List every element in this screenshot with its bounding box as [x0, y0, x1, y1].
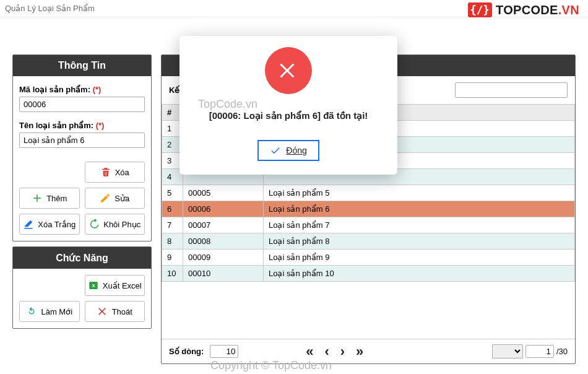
trash-icon — [100, 167, 111, 178]
pager: Số dòng: « ‹ › » /30 — [162, 339, 575, 363]
excel-icon: X — [88, 280, 99, 291]
close-icon — [97, 306, 108, 317]
page-total-group: /30 — [492, 344, 568, 359]
name-label: Tên loại sản phẩm: (*) — [19, 121, 145, 130]
next-page-button[interactable]: › — [340, 345, 345, 359]
error-modal: [00006: Loại sản phẩm 6] đã tồn tại! Đón… — [179, 36, 397, 175]
info-panel-body: Mã loại sản phẩm: (*) Tên loại sản phẩm:… — [13, 76, 151, 162]
content-area: Thông Tin Mã loại sản phẩm: (*) Tên loại… — [0, 17, 588, 374]
func-button-grid: X Xuất Excel Làm Mới Th — [13, 269, 151, 328]
last-page-button[interactable]: » — [356, 345, 363, 359]
modal-close-label: Đóng — [286, 146, 306, 155]
rows-label: Số dòng: — [169, 347, 204, 356]
refresh-button[interactable]: Làm Mới — [19, 301, 80, 322]
export-excel-button[interactable]: X Xuất Excel — [85, 275, 145, 296]
cell-name: Loại sản phẩm 5 — [264, 185, 575, 201]
info-button-grid: Xóa Thêm Sửa — [13, 162, 151, 241]
cell-code: 00008 — [183, 233, 264, 250]
cell-index: 7 — [162, 217, 183, 233]
check-icon — [270, 145, 281, 156]
code-label: Mã loại sản phẩm: (*) — [19, 85, 145, 94]
clear-button[interactable]: Xóa Trắng — [19, 214, 80, 235]
cell-name: Loại sản phẩm 7 — [264, 217, 575, 233]
modal-close-button[interactable]: Đóng — [257, 140, 319, 161]
window-title: Quản Lý Loại Sản Phẩm — [5, 4, 95, 13]
func-panel: Chức Năng X Xuất Excel Làm Mới — [12, 246, 152, 329]
cell-code: 00006 — [183, 201, 264, 217]
cell-name: Loại sản phẩm 9 — [264, 250, 575, 266]
error-icon — [265, 47, 312, 94]
table-row[interactable]: 800008Loại sản phẩm 8 — [162, 233, 575, 250]
pager-nav: « ‹ › » — [306, 345, 363, 359]
search-input[interactable] — [455, 82, 568, 98]
cell-index: 6 — [162, 201, 183, 217]
history-icon — [89, 219, 100, 230]
prev-page-button[interactable]: ‹ — [324, 345, 329, 359]
plus-icon — [32, 193, 43, 204]
page-select[interactable] — [492, 344, 523, 359]
modal-message: [00006: Loại sản phẩm 6] đã tồn tại! — [191, 110, 386, 121]
exit-label: Thoát — [112, 307, 132, 316]
cell-index: 5 — [162, 185, 183, 201]
restore-label: Khôi Phục — [103, 220, 141, 229]
refresh-icon — [26, 306, 37, 317]
table-row[interactable]: 500005Loại sản phẩm 5 — [162, 185, 575, 201]
table-row[interactable]: 900009Loại sản phẩm 9 — [162, 250, 575, 266]
refresh-label: Làm Mới — [41, 307, 72, 316]
edit-label: Sửa — [115, 194, 129, 203]
info-panel-header: Thông Tin — [13, 55, 151, 76]
cell-code: 00009 — [183, 250, 264, 266]
table-row[interactable]: 700007Loại sản phẩm 7 — [162, 217, 575, 233]
edit-button[interactable]: Sửa — [85, 188, 145, 209]
brand-logo: {/} TOPCODE.VN — [468, 2, 580, 17]
clear-label: Xóa Trắng — [38, 220, 76, 229]
info-panel: Thông Tin Mã loại sản phẩm: (*) Tên loại… — [12, 54, 152, 241]
rows-per-page-input[interactable] — [210, 345, 238, 358]
cell-name: Loại sản phẩm 10 — [264, 266, 575, 282]
code-input[interactable] — [19, 97, 145, 112]
brand-tld: .VN — [558, 3, 579, 17]
page-number-input[interactable] — [525, 345, 554, 358]
export-label: Xuất Excel — [103, 281, 142, 290]
cell-index: 9 — [162, 250, 183, 266]
brand-name: TOPCODE — [496, 3, 558, 17]
exit-button[interactable]: Thoát — [85, 301, 145, 322]
cell-code: 00010 — [183, 266, 264, 282]
cell-name: Loại sản phẩm 8 — [264, 233, 575, 250]
svg-text:X: X — [92, 283, 95, 289]
delete-label: Xóa — [115, 168, 129, 177]
eraser-icon — [23, 219, 34, 230]
first-page-button[interactable]: « — [306, 345, 313, 359]
restore-button[interactable]: Khôi Phục — [85, 214, 145, 235]
table-row[interactable]: 600006Loại sản phẩm 6 — [162, 201, 575, 217]
add-button[interactable]: Thêm — [19, 188, 80, 209]
app-window: Quản Lý Loại Sản Phẩm {/} TOPCODE.VN Thô… — [0, 0, 588, 374]
table-row[interactable]: 1000010Loại sản phẩm 10 — [162, 266, 575, 282]
func-panel-header: Chức Năng — [13, 247, 151, 269]
cell-code: 00007 — [183, 217, 264, 233]
cell-name: Loại sản phẩm 6 — [264, 201, 575, 217]
brand-mark: {/} — [468, 2, 493, 17]
cell-index: 10 — [162, 266, 183, 282]
cell-index: 8 — [162, 233, 183, 250]
name-input[interactable] — [19, 133, 145, 148]
add-label: Thêm — [46, 194, 67, 203]
page-total: /30 — [556, 347, 568, 356]
pencil-icon — [100, 193, 111, 204]
delete-button[interactable]: Xóa — [85, 162, 145, 183]
sidebar: Thông Tin Mã loại sản phẩm: (*) Tên loại… — [12, 54, 152, 329]
cell-code: 00005 — [183, 185, 264, 201]
